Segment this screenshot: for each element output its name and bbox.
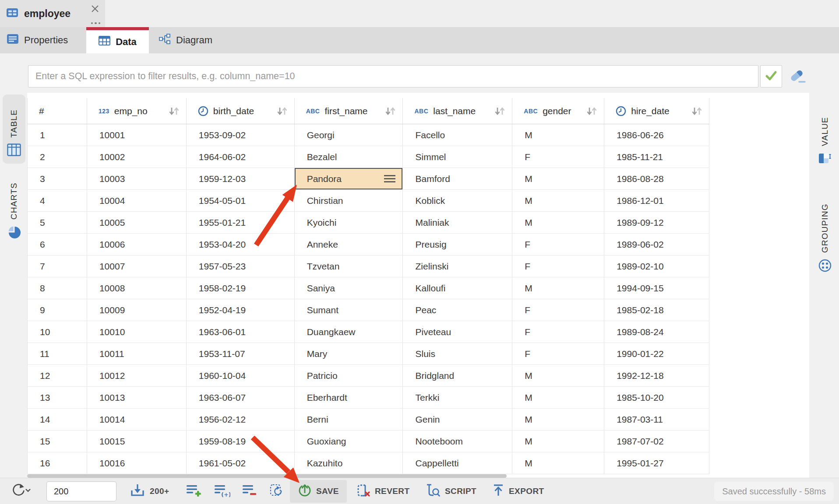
table-cell[interactable]: 10001 (87, 124, 187, 146)
column-header-emp_no[interactable]: 123emp_no (87, 98, 187, 124)
table-cell[interactable]: 10009 (87, 299, 187, 321)
sql-filter-input[interactable] (28, 65, 758, 88)
table-cell[interactable]: 10016 (87, 452, 187, 474)
table-cell[interactable]: Maliniak (403, 212, 512, 233)
table-cell[interactable]: 10015 (87, 430, 187, 452)
tab-properties[interactable]: Properties (0, 27, 86, 53)
refresh-button[interactable] (10, 483, 32, 500)
table-cell[interactable]: 10005 (87, 212, 187, 233)
table-cell[interactable]: Kalloufi (403, 277, 512, 299)
sidebar-tab-table[interactable]: TABLE (3, 94, 25, 164)
table-cell[interactable]: Kyoichi (295, 212, 403, 233)
sidebar-tab-charts[interactable]: CHARTS (3, 169, 25, 247)
table-cell[interactable]: M (512, 409, 604, 430)
table-cell[interactable]: 1989-02-10 (604, 256, 709, 277)
table-cell[interactable]: Tzvetan (295, 256, 403, 277)
table-cell[interactable]: Berni (295, 409, 403, 430)
duplicate-row-button[interactable]: (+) (214, 483, 230, 499)
apply-filter-button[interactable] (760, 65, 782, 88)
table-cell[interactable]: 1961-05-02 (187, 452, 295, 474)
table-cell[interactable]: 1987-07-02 (604, 430, 709, 452)
row-number-cell[interactable]: 11 (28, 343, 87, 364)
table-cell[interactable]: Duangkaew (295, 321, 403, 343)
row-number-cell[interactable]: 10 (28, 321, 87, 343)
add-row-button[interactable] (186, 483, 201, 499)
table-cell[interactable]: 1986-08-28 (604, 168, 709, 189)
row-number-cell[interactable]: 12 (28, 365, 87, 386)
column-header-last_name[interactable]: ABClast_name (403, 98, 512, 124)
table-cell[interactable]: M (512, 387, 604, 408)
table-cell[interactable]: Zielinski (403, 256, 512, 277)
table-cell[interactable]: 1953-04-20 (187, 234, 295, 255)
table-cell[interactable]: Piveteau (403, 321, 512, 343)
table-cell[interactable]: Peac (403, 299, 512, 321)
table-cell[interactable]: Genin (403, 409, 512, 430)
tab-overflow-dots-icon[interactable] (91, 22, 101, 24)
table-cell[interactable]: Koblick (403, 190, 512, 211)
table-cell[interactable]: M (512, 452, 604, 474)
table-cell[interactable]: M (512, 365, 604, 386)
column-header-birth_date[interactable]: birth_date (187, 98, 295, 124)
row-number-cell[interactable]: 6 (28, 234, 87, 255)
table-cell[interactable]: Patricio (295, 365, 403, 386)
table-cell[interactable]: Pandora (295, 168, 403, 189)
row-number-cell[interactable]: 5 (28, 212, 87, 233)
table-cell[interactable]: F (512, 321, 604, 343)
table-cell[interactable]: 1990-01-22 (604, 343, 709, 364)
clear-filter-button[interactable] (787, 66, 808, 87)
table-cell[interactable]: 1957-05-23 (187, 256, 295, 277)
column-header-gender[interactable]: ABCgender (512, 98, 604, 124)
table-cell[interactable]: 1986-12-01 (604, 190, 709, 211)
table-cell[interactable]: 1986-06-26 (604, 124, 709, 146)
table-cell[interactable]: M (512, 212, 604, 233)
sidebar-tab-value[interactable]: VALUE (814, 94, 836, 172)
table-cell[interactable]: M (512, 190, 604, 211)
table-cell[interactable]: 1989-09-12 (604, 212, 709, 233)
table-cell[interactable]: M (512, 168, 604, 189)
table-cell[interactable]: M (512, 124, 604, 146)
fetch-size-input[interactable] (46, 481, 116, 501)
table-cell[interactable]: 1985-11-21 (604, 146, 709, 168)
table-cell[interactable]: M (512, 430, 604, 452)
row-number-cell[interactable]: 14 (28, 409, 87, 430)
table-cell[interactable]: 1963-06-07 (187, 387, 295, 408)
table-cell[interactable]: 10014 (87, 409, 187, 430)
table-cell[interactable]: 1959-08-19 (187, 430, 295, 452)
table-cell[interactable]: F (512, 256, 604, 277)
table-cell[interactable]: 10013 (87, 387, 187, 408)
table-cell[interactable]: 10011 (87, 343, 187, 364)
fetch-more-button[interactable]: 200+ (130, 483, 169, 499)
tab-data[interactable]: Data (86, 27, 149, 53)
column-header-first_name[interactable]: ABCfirst_name (295, 98, 403, 124)
sidebar-tab-grouping[interactable]: GROUPING (814, 175, 836, 280)
table-cell[interactable]: 10006 (87, 234, 187, 255)
table-cell[interactable]: 1995-01-27 (604, 452, 709, 474)
table-cell[interactable]: Eberhardt (295, 387, 403, 408)
script-button[interactable]: SCRIPT (426, 483, 476, 499)
row-number-cell[interactable]: 13 (28, 387, 87, 408)
table-cell[interactable]: 1955-01-21 (187, 212, 295, 233)
table-cell[interactable]: 10004 (87, 190, 187, 211)
table-cell[interactable]: 1952-04-19 (187, 299, 295, 321)
table-cell[interactable]: F (512, 234, 604, 255)
table-cell[interactable]: 10003 (87, 168, 187, 189)
save-button[interactable]: SAVE (290, 480, 347, 503)
table-cell[interactable]: 1989-08-24 (604, 321, 709, 343)
row-number-cell[interactable]: 9 (28, 299, 87, 321)
table-cell[interactable]: 1985-10-20 (604, 387, 709, 408)
refresh-row-button[interactable] (269, 483, 285, 500)
cell-menu-icon[interactable] (383, 174, 396, 183)
table-cell[interactable]: Nooteboom (403, 430, 512, 452)
table-cell[interactable]: Chirstian (295, 190, 403, 211)
table-cell[interactable]: Mary (295, 343, 403, 364)
table-cell[interactable]: Georgi (295, 124, 403, 146)
table-cell[interactable]: F (512, 146, 604, 168)
delete-row-button[interactable] (242, 483, 257, 499)
table-cell[interactable]: 1956-02-12 (187, 409, 295, 430)
table-cell[interactable]: 1960-10-04 (187, 365, 295, 386)
table-cell[interactable]: Saniya (295, 277, 403, 299)
row-number-cell[interactable]: 7 (28, 256, 87, 277)
row-number-cell[interactable]: 3 (28, 168, 87, 189)
table-cell[interactable]: 10002 (87, 146, 187, 168)
table-cell[interactable]: 1989-06-02 (604, 234, 709, 255)
